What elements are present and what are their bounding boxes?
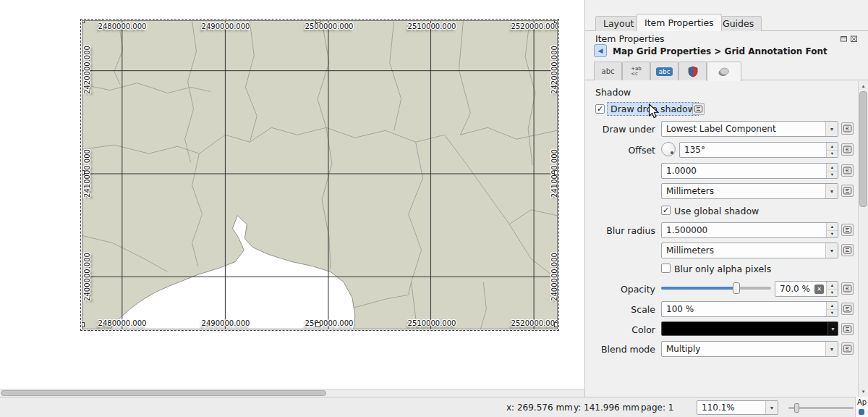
- statusbar-corner: Ap: [855, 397, 868, 417]
- vertical-scrollbar[interactable]: ▴ ▾: [858, 81, 868, 397]
- draw-under-combo[interactable]: Lowest Label Component ▾: [661, 121, 838, 137]
- spin-buttons[interactable]: ▴▾: [826, 302, 838, 316]
- blur-alpha-label[interactable]: Blur only alpha pixels: [674, 264, 771, 274]
- data-defined-override-button[interactable]: [841, 342, 854, 355]
- tab-layout[interactable]: Layout: [595, 16, 642, 31]
- offset-units-combo[interactable]: Millimeters ▾: [661, 183, 838, 199]
- shadow-ellipse-icon: [718, 66, 731, 77]
- scale-spinbox[interactable]: 100 % ▴▾: [661, 301, 838, 317]
- spin-buttons[interactable]: ▴▾: [826, 223, 838, 237]
- tab-item-properties[interactable]: Item Properties: [637, 14, 722, 31]
- spin-up-icon: ▴: [827, 143, 838, 151]
- spin-buttons[interactable]: ▴▾: [826, 164, 838, 178]
- horizontal-scrollbar[interactable]: [0, 389, 584, 397]
- back-arrow-icon: ◀: [598, 47, 603, 54]
- check-icon: ✓: [663, 206, 669, 214]
- chevron-down-icon: ▾: [825, 243, 838, 258]
- draw-drop-shadow-checkbox[interactable]: ✓: [595, 104, 605, 114]
- chevron-down-icon[interactable]: ▾: [827, 322, 838, 335]
- layout-canvas[interactable]: 2480000.000 2490000.000 2500000.000 2510…: [0, 0, 584, 389]
- status-bar: x: 269.576 mm y: 141.996 mm page: 1 110.…: [0, 397, 868, 417]
- use-global-shadow-label[interactable]: Use global shadow: [674, 206, 759, 216]
- clear-icon[interactable]: ✕: [814, 285, 824, 294]
- expression-icon: [843, 284, 852, 293]
- selection-handle[interactable]: [82, 20, 85, 23]
- spin-buttons[interactable]: ▴▾: [826, 282, 838, 296]
- data-defined-override-button[interactable]: [841, 143, 854, 156]
- offset-angle-dial[interactable]: [661, 142, 676, 156]
- opacity-slider[interactable]: [661, 287, 771, 290]
- back-button[interactable]: ◀: [594, 44, 607, 57]
- selection-handle[interactable]: [554, 20, 558, 23]
- expression-icon: [843, 304, 852, 313]
- spin-up-icon: ▴: [827, 302, 838, 310]
- close-icon[interactable]: [850, 35, 858, 43]
- selection-handle[interactable]: [554, 322, 558, 327]
- spin-up-icon: ▴: [827, 164, 838, 172]
- zoom-combo[interactable]: 110.1% ▾: [697, 400, 778, 415]
- offset-distance-spinbox[interactable]: 1.0000 ▴▾: [661, 163, 838, 179]
- data-defined-override-button[interactable]: [692, 103, 705, 115]
- tab-formatting[interactable]: +ab<c: [622, 62, 650, 80]
- data-defined-override-button[interactable]: [841, 185, 854, 197]
- shadow-section-title: Shadow: [595, 87, 631, 98]
- selection-handle[interactable]: [554, 170, 558, 175]
- selection-handle[interactable]: [315, 322, 320, 327]
- scroll-down-icon[interactable]: ▾: [859, 387, 868, 396]
- corner-icon: [859, 409, 864, 415]
- spin-down-icon: ▾: [827, 290, 838, 297]
- corner-label: Ap: [857, 398, 867, 406]
- use-global-shadow-checkbox[interactable]: ✓: [661, 206, 671, 215]
- blend-mode-value: Multiply: [662, 342, 838, 356]
- grid-annotation: 2500000.000: [305, 319, 354, 327]
- offset-angle-spinbox[interactable]: 135° ▴▾: [679, 142, 838, 158]
- shield-icon: [687, 66, 699, 77]
- map-item[interactable]: 2480000.000 2490000.000 2500000.000 2510…: [82, 20, 558, 329]
- zoom-slider-handle[interactable]: [794, 403, 799, 413]
- grid-annotation: 2520000.000: [511, 22, 558, 30]
- tab-guides[interactable]: Guides: [715, 16, 762, 31]
- blend-mode-combo[interactable]: Multiply ▾: [661, 341, 838, 357]
- page-readout: page: 1: [641, 403, 673, 413]
- shadow-color-button[interactable]: ▾: [661, 321, 838, 336]
- blur-radius-spinbox[interactable]: 1.500000 ▴▾: [661, 222, 838, 238]
- undock-icon[interactable]: [840, 35, 848, 43]
- expression-icon: [843, 225, 852, 235]
- tab-buffer[interactable]: [678, 62, 707, 80]
- breadcrumb: Map Grid Properties > Grid Annotation Fo…: [613, 46, 827, 56]
- selection-handle[interactable]: [82, 322, 85, 327]
- tab-background[interactable]: abc: [650, 62, 678, 80]
- grid-annotation: 2420000.000: [550, 45, 558, 96]
- blur-alpha-checkbox[interactable]: [661, 264, 671, 273]
- panel-tabbar: Layout Item Properties Guides: [585, 14, 868, 31]
- vertical-scrollbar-thumb[interactable]: [859, 91, 867, 207]
- selection-handle[interactable]: [82, 170, 85, 175]
- tab-text-format[interactable]: abc: [594, 62, 622, 80]
- selection-handle[interactable]: [315, 20, 320, 23]
- scroll-up-icon[interactable]: ▴: [859, 82, 868, 90]
- expression-icon: [843, 186, 852, 195]
- offset-units-value: Millimeters: [662, 184, 838, 198]
- opacity-slider-fill: [661, 287, 737, 290]
- data-defined-override-button[interactable]: [841, 164, 854, 177]
- grid-annotation: 2510000.000: [408, 22, 456, 30]
- data-defined-override-button[interactable]: [841, 282, 854, 295]
- item-properties-panel: Layout Item Properties Guides Item Prope…: [584, 0, 868, 397]
- blur-units-combo[interactable]: Millimeters ▾: [661, 243, 838, 258]
- opacity-slider-handle[interactable]: [733, 282, 740, 294]
- data-defined-override-button[interactable]: [841, 122, 854, 135]
- tab-shadow[interactable]: [707, 62, 741, 81]
- data-defined-override-button[interactable]: [841, 323, 854, 335]
- panel-title: Item Properties: [595, 33, 665, 44]
- opacity-spinbox[interactable]: 70.0 % ✕ ▴▾: [775, 281, 838, 297]
- blur-radius-label: Blur radius: [585, 225, 655, 236]
- grid-annotation: 2500000.000: [305, 22, 354, 30]
- data-defined-override-button[interactable]: [841, 244, 854, 256]
- grid-annotation: 2490000.000: [202, 319, 250, 327]
- horizontal-scrollbar-thumb[interactable]: [1, 390, 326, 396]
- expression-icon: [843, 145, 852, 154]
- expression-icon: [843, 166, 852, 175]
- spin-buttons[interactable]: ▴▾: [826, 143, 838, 157]
- data-defined-override-button[interactable]: [841, 303, 854, 315]
- data-defined-override-button[interactable]: [841, 224, 854, 236]
